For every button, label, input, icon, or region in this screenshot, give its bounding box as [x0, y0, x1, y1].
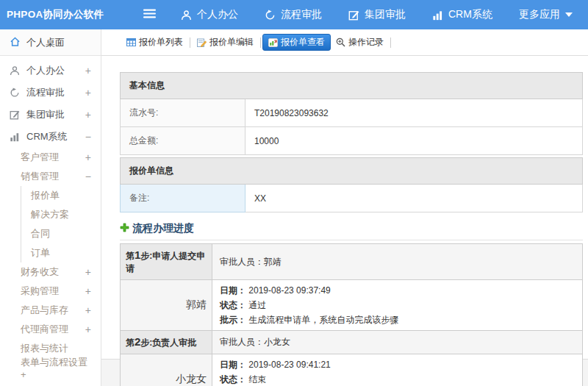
quotation-info-table: 报价单信息 备注: XX	[120, 157, 583, 212]
zoom-icon	[336, 37, 345, 47]
nav-label: CRM系统	[448, 8, 492, 21]
step-cell: 第2步:负责人审批	[121, 331, 212, 354]
tab-label: 操作记录	[348, 36, 384, 49]
sidebar-item-label: 销售管理	[21, 170, 59, 183]
expand-plus-icon: +	[85, 285, 91, 297]
sidebar-item-label: 集团审批	[26, 108, 65, 121]
collapse-minus-icon: −	[85, 171, 91, 182]
step-header-row: 第2步:负责人审批 审批人员：小龙女	[121, 331, 583, 354]
sidebar-item-crm[interactable]: CRM系统 −	[0, 126, 101, 148]
sidebar-item-label: 财务收支	[21, 265, 59, 279]
sidebar-item-form-process-settings[interactable]: 表单与流程设置+	[0, 358, 101, 377]
detail-cell: 日期： 2019-08-23 09:41:21 状态： 结束 批示： 通过	[212, 354, 583, 386]
field-label: 流水号:	[121, 99, 245, 127]
step-header-row: 第1步:申请人提交申请 审批人员：郭靖	[121, 244, 583, 280]
nav-item-group-approval[interactable]: 集团审批	[348, 8, 406, 21]
sales-submenu: 报价单 解决方案 合同 订单	[21, 186, 101, 262]
table-row: 备注: XX	[121, 185, 583, 212]
sidebar-item-label: 报表与统计	[21, 342, 68, 355]
section-header: 基本信息	[121, 73, 583, 99]
nav-label: 个人办公	[197, 8, 238, 21]
field-value: XX	[245, 185, 583, 212]
process-icon	[265, 10, 276, 21]
home-icon	[10, 36, 21, 49]
sidebar-item-finance[interactable]: 财务收支 +	[0, 262, 101, 282]
approver-name-cell: 郭靖	[121, 280, 212, 331]
sidebar-item-label: 流程审批	[26, 86, 65, 99]
expand-plus-icon: +	[85, 65, 91, 76]
sidebar-item-process-approval[interactable]: 流程审批 +	[0, 82, 101, 104]
approver-cell: 审批人员：小龙女	[212, 331, 583, 354]
sidebar-item-quotation[interactable]: 报价单	[21, 186, 101, 205]
expand-plus-icon: +	[85, 324, 91, 335]
step-detail-row: 小龙女 日期： 2019-08-23 09:41:21 状态： 结束 批示： 通…	[121, 354, 583, 386]
tab-operation-log[interactable]: 操作记录	[331, 34, 389, 51]
user-icon	[181, 10, 192, 21]
tab-label: 报价单列表	[139, 36, 183, 49]
field-label: 备注:	[121, 185, 245, 212]
user-icon	[10, 65, 20, 76]
progress-table: 第1步:申请人提交申请 审批人员：郭靖 郭靖 日期： 2019-08-23 09…	[120, 243, 583, 386]
sidebar: 个人桌面 个人办公 + 流程审批 + 集团审批	[0, 29, 101, 386]
nav-item-crm[interactable]: CRM系统	[432, 8, 492, 21]
sidebar-item-product-inventory[interactable]: 产品与库存 +	[0, 301, 101, 320]
step-cell: 第1步:申请人提交申请	[121, 244, 212, 280]
expand-plus-icon: +	[85, 151, 91, 163]
step-detail-row: 郭靖 日期： 2019-08-23 09:37:49 状态： 通过 批示： 生成…	[121, 280, 583, 331]
content-panel: 基本信息 流水号: T20190823093632 总金额: 10000 报价单…	[101, 56, 588, 386]
sidebar-item-label: CRM系统	[26, 130, 68, 143]
approver-name: 郭靖	[264, 257, 282, 267]
tab-quotation-list[interactable]: 报价单列表	[121, 34, 188, 51]
app-window: PHPOA协同办公软件 个人办公 流程审批	[0, 0, 588, 386]
progress-heading: 流程办理进度	[120, 222, 583, 240]
edit-icon	[348, 10, 359, 21]
section-header: 报价单信息	[121, 158, 583, 185]
progress-title: 流程办理进度	[132, 222, 194, 235]
sidebar-item-personal-desktop[interactable]: 个人桌面	[0, 29, 101, 56]
top-nav: 个人办公 流程审批 集团审批 CRM系统 更多应用	[181, 8, 573, 21]
nav-item-process-approval[interactable]: 流程审批	[265, 8, 322, 21]
sidebar-item-label: 个人办公	[26, 64, 65, 77]
basic-info-table: 基本信息 流水号: T20190823093632 总金额: 10000	[120, 72, 583, 155]
status-line: 状态： 结束	[220, 372, 575, 386]
main-area: 报价单列表 报价单编辑 报价单查看 操作记录	[101, 29, 588, 386]
sidebar-item-personal-office[interactable]: 个人办公 +	[0, 60, 101, 82]
edit-doc-icon	[197, 38, 207, 47]
field-value: 10000	[245, 127, 583, 155]
sidebar-item-label: 合同	[31, 227, 50, 240]
sidebar-item-agent-mgmt[interactable]: 代理商管理 +	[0, 320, 101, 339]
tab-quotation-view[interactable]: 报价单查看	[262, 34, 331, 51]
sidebar-item-purchase[interactable]: 采购管理 +	[0, 282, 101, 301]
remark-line: 批示： 生成流程申请单，系统自动完成该步骤	[220, 312, 575, 327]
date-line: 日期： 2019-08-23 09:41:21	[220, 357, 575, 372]
chart-icon	[10, 132, 20, 142]
approver-name-cell: 小龙女	[121, 354, 212, 386]
nav-item-more-apps[interactable]: 更多应用	[519, 8, 573, 21]
view-chart-icon	[268, 38, 278, 47]
caret-down-icon	[565, 12, 573, 17]
sidebar-item-label: 表单与流程设置+	[21, 356, 91, 380]
expand-plus-icon: +	[85, 304, 91, 316]
expand-plus-icon: +	[85, 109, 91, 121]
sidebar-item-label: 报价单	[31, 189, 60, 202]
tab-separator	[260, 37, 261, 48]
sidebar-item-customer-mgmt[interactable]: 客户管理 +	[0, 148, 101, 167]
approver-label: 审批人员：	[220, 337, 264, 347]
menu-toggle-button[interactable]	[143, 8, 156, 21]
sidebar-item-solution[interactable]: 解决方案	[21, 205, 101, 224]
sidebar-item-label: 采购管理	[21, 285, 59, 298]
sidebar-item-contract[interactable]: 合同	[21, 224, 101, 243]
sidebar-item-order[interactable]: 订单	[21, 243, 101, 262]
top-bar: PHPOA协同办公软件 个人办公 流程审批	[0, 0, 588, 29]
approver-label: 审批人员：	[220, 257, 264, 267]
edit-icon	[10, 110, 20, 120]
sidebar-item-group-approval[interactable]: 集团审批 +	[0, 104, 101, 126]
tab-separator	[390, 37, 391, 48]
tab-quotation-edit[interactable]: 报价单编辑	[192, 34, 259, 51]
approver-name: 小龙女	[264, 337, 290, 347]
table-row: 总金额: 10000	[121, 127, 583, 155]
detail-cell: 日期： 2019-08-23 09:37:49 状态： 通过 批示： 生成流程申…	[212, 280, 583, 331]
sidebar-item-sales-mgmt[interactable]: 销售管理 −	[0, 167, 101, 186]
nav-item-personal-office[interactable]: 个人办公	[181, 8, 238, 21]
table-row: 流水号: T20190823093632	[121, 99, 583, 127]
